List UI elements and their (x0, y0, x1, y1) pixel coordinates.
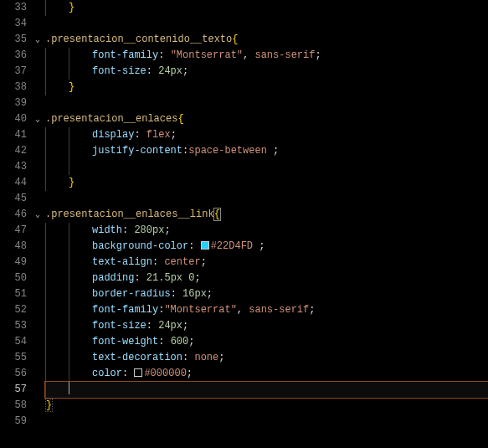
code-line[interactable]: 44} (0, 175, 488, 191)
code-line[interactable]: 51border-radius: 16px; (0, 286, 488, 302)
code-content[interactable] (45, 191, 488, 207)
code-content[interactable]: } (45, 0, 488, 16)
token: ; (182, 65, 188, 77)
code-content[interactable]: color: #000000; (45, 366, 488, 382)
code-line[interactable]: 43 (0, 159, 488, 175)
code-content[interactable]: background-color: #22D4FD ; (45, 239, 488, 255)
code-content[interactable]: font-family:"Montserrat", sans-serif; (45, 302, 488, 318)
code-content[interactable]: } (45, 80, 488, 95)
code-content[interactable] (45, 414, 488, 430)
line-number: 55 (0, 350, 30, 366)
token: 24px (158, 320, 182, 332)
code-content[interactable]: .presentacion__enlaces__link{ (45, 207, 488, 223)
token: justify-content (92, 145, 182, 157)
code-line[interactable]: 35⌄.presentacion__contenido__texto{ (0, 32, 488, 48)
token: 600 (171, 336, 189, 348)
code-editor[interactable]: 33}3435⌄.presentacion__contenido__texto{… (0, 0, 488, 448)
token: font-family (92, 49, 158, 61)
token: : (171, 288, 182, 300)
token: : (158, 49, 170, 61)
fold-toggle[interactable]: ⌄ (30, 32, 45, 48)
code-line[interactable]: 48background-color: #22D4FD ; (0, 239, 488, 255)
token: 280px (134, 224, 164, 236)
token: : (122, 224, 134, 236)
code-content[interactable]: padding: 21.5px 0; (45, 270, 488, 286)
code-line[interactable]: 34 (0, 16, 488, 32)
fold-toggle (30, 255, 45, 270)
code-line[interactable]: 50padding: 21.5px 0; (0, 270, 488, 286)
token: ; (309, 304, 315, 316)
code-content[interactable] (45, 382, 488, 398)
code-content[interactable]: .presentacion__enlaces{ (45, 111, 488, 127)
code-line[interactable]: 58} (0, 398, 488, 414)
line-number: 39 (0, 95, 30, 111)
token: , (237, 304, 249, 316)
code-line[interactable]: 39 (0, 95, 488, 111)
code-content[interactable]: .presentacion__contenido__texto{ (45, 32, 488, 48)
color-swatch[interactable] (201, 241, 209, 250)
code-line[interactable]: 54font-weight: 600; (0, 334, 488, 350)
fold-toggle (30, 80, 45, 95)
fold-toggle[interactable]: ⌄ (30, 111, 45, 127)
code-line[interactable]: 42justify-content:space-between ; (0, 143, 488, 159)
fold-toggle (30, 286, 45, 302)
code-line[interactable]: 47width: 280px; (0, 223, 488, 239)
fold-toggle (30, 382, 45, 398)
text-cursor (69, 382, 69, 394)
token: "Montserrat" (164, 304, 236, 316)
code-line[interactable]: 40⌄.presentacion__enlaces{ (0, 111, 488, 127)
line-number: 51 (0, 286, 30, 302)
line-number: 36 (0, 48, 30, 64)
code-line[interactable]: 55text-decoration: none; (0, 350, 488, 366)
code-line[interactable]: 57 (0, 382, 488, 398)
code-line[interactable]: 56color: #000000; (0, 366, 488, 382)
code-content[interactable]: font-weight: 600; (45, 334, 488, 350)
code-line[interactable]: 53font-size: 24px; (0, 318, 488, 334)
fold-toggle (30, 366, 45, 382)
code-line[interactable]: 49text-align: center; (0, 255, 488, 270)
code-content[interactable]: border-radius: 16px; (45, 286, 488, 302)
token: ; (267, 145, 279, 157)
code-content[interactable] (45, 16, 488, 32)
line-number: 59 (0, 414, 30, 430)
token: border-radius (92, 288, 171, 300)
code-line[interactable]: 38} (0, 80, 488, 95)
fold-toggle (30, 398, 45, 414)
fold-toggle (30, 223, 45, 239)
token: ; (207, 288, 213, 300)
code-content[interactable]: display: flex; (45, 127, 488, 143)
code-content[interactable]: font-size: 24px; (45, 318, 488, 334)
token: : (146, 320, 158, 332)
code-line[interactable]: 36font-family: "Montserrat", sans-serif; (0, 48, 488, 64)
code-line[interactable]: 59 (0, 414, 488, 430)
code-content[interactable] (45, 159, 488, 175)
token: .presentacion__contenido__texto (45, 33, 232, 45)
token: } (69, 81, 74, 93)
code-line[interactable]: 41display: flex; (0, 127, 488, 143)
line-number: 53 (0, 318, 30, 334)
current-line-highlight (45, 382, 488, 398)
fold-toggle (30, 48, 45, 64)
code-content[interactable]: font-family: "Montserrat", sans-serif; (45, 48, 488, 64)
line-number: 37 (0, 64, 30, 80)
code-content[interactable]: width: 280px; (45, 223, 488, 239)
token: , (243, 49, 254, 61)
code-line[interactable]: 45 (0, 191, 488, 207)
token: .presentacion__enlaces (45, 113, 177, 125)
code-content[interactable]: justify-content:space-between ; (45, 143, 488, 159)
code-line[interactable]: 46⌄.presentacion__enlaces__link{ (0, 207, 488, 223)
code-content[interactable]: font-size: 24px; (45, 64, 488, 80)
code-content[interactable]: text-decoration: none; (45, 350, 488, 366)
fold-toggle (30, 318, 45, 334)
token: .presentacion__enlaces__link (45, 209, 214, 220)
color-swatch[interactable] (134, 368, 142, 377)
code-content[interactable]: } (45, 398, 488, 414)
fold-toggle[interactable]: ⌄ (30, 207, 45, 223)
code-line[interactable]: 37font-size: 24px; (0, 64, 488, 80)
fold-toggle (30, 239, 45, 255)
code-content[interactable]: text-align: center; (45, 255, 488, 270)
code-line[interactable]: 52font-family:"Montserrat", sans-serif; (0, 302, 488, 318)
code-content[interactable] (45, 95, 488, 111)
code-content[interactable]: } (45, 175, 488, 191)
code-line[interactable]: 33} (0, 0, 488, 16)
